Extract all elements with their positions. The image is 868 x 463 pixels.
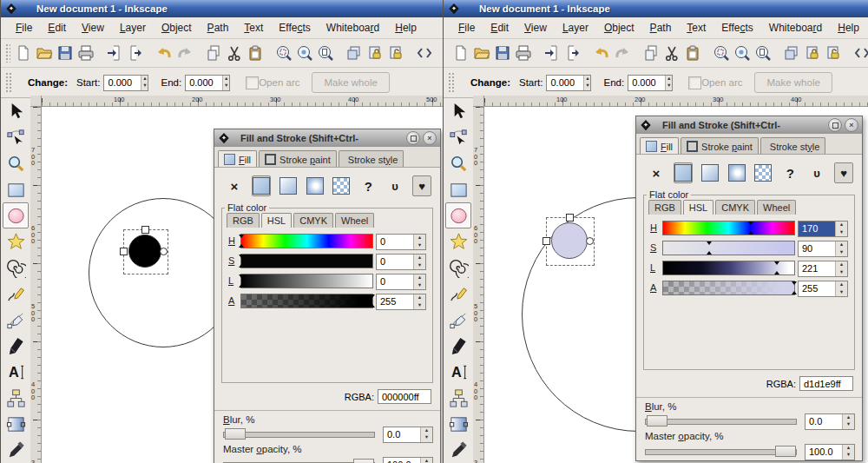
open-button[interactable]	[34, 43, 55, 63]
tool-gradient[interactable]	[3, 411, 29, 437]
fill-rule-evenodd-button[interactable]: υ	[807, 162, 826, 183]
zoom-selection-button[interactable]	[273, 43, 294, 63]
tool-pencil[interactable]	[3, 281, 29, 307]
unknown-paint-button[interactable]: ?	[780, 162, 799, 183]
zoom-drawing-button[interactable]	[294, 43, 315, 63]
blur-slider-handle[interactable]	[647, 415, 667, 427]
tool-connector[interactable]	[3, 385, 29, 411]
spinner-arrows[interactable]: ▲▼	[413, 294, 425, 309]
start-spinbox[interactable]: 0.000 ▲▼	[546, 75, 591, 91]
redo-button[interactable]	[174, 43, 195, 63]
fill-rule-nonzero-button[interactable]: ♥	[834, 162, 853, 183]
color-tab-rgb[interactable]: RGB	[648, 200, 681, 215]
unlink-clone-button[interactable]	[823, 43, 844, 63]
menu-layer[interactable]: Layer	[555, 19, 596, 36]
blur-spinbox[interactable]: 0.0 ▲▼	[805, 413, 855, 430]
spinner-arrows[interactable]: ▲▼	[413, 274, 425, 289]
unlink-clone-button[interactable]	[385, 43, 406, 63]
linear-gradient-button[interactable]	[279, 175, 298, 196]
menu-whiteboard[interactable]: Whiteboard	[761, 19, 830, 36]
dialog-titlebar[interactable]: Fill and Stroke (Shift+Ctrl- ×	[214, 129, 440, 147]
master-opacity-slider[interactable]	[645, 449, 797, 455]
paste-button[interactable]	[682, 43, 703, 63]
menu-layer[interactable]: Layer	[112, 19, 154, 36]
clone-button[interactable]	[802, 43, 823, 63]
menu-object[interactable]: Object	[154, 19, 200, 36]
tab-fill[interactable]: Fill	[218, 150, 257, 167]
tool-calligraphy[interactable]	[445, 333, 471, 359]
open-arc-checkbox[interactable]	[688, 76, 701, 89]
blur-spinbox[interactable]: 0.0 ▲▼	[383, 427, 433, 443]
cut-button[interactable]	[661, 43, 682, 63]
print-button[interactable]	[513, 43, 534, 63]
right-handle[interactable]	[160, 248, 168, 255]
tool-star[interactable]	[445, 228, 471, 255]
rgba-input[interactable]: 000000ff	[378, 389, 431, 404]
fill-rule-nonzero-button[interactable]: ♥	[412, 175, 431, 196]
dialog-titlebar[interactable]: Fill and Stroke (Shift+Ctrl- ×	[636, 116, 862, 134]
import-button[interactable]	[542, 43, 562, 63]
dialog-maximize-button[interactable]	[828, 118, 842, 132]
flat-color-button[interactable]	[252, 175, 271, 196]
rgba-input[interactable]: d1d1e9ff	[799, 376, 853, 391]
l-slider[interactable]	[240, 274, 373, 288]
new-document-button[interactable]	[450, 43, 471, 63]
dialog-maximize-button[interactable]	[406, 131, 420, 145]
spinner-arrows[interactable]: ▲▼	[413, 255, 425, 269]
radial-gradient-button[interactable]	[727, 162, 746, 183]
print-button[interactable]	[76, 43, 96, 63]
h-slider[interactable]	[662, 221, 795, 235]
color-tab-hsl[interactable]: HSL	[683, 200, 713, 215]
save-button[interactable]	[55, 43, 76, 63]
undo-button[interactable]	[154, 43, 174, 63]
tool-ellipse[interactable]	[3, 202, 29, 228]
open-arc-checkbox[interactable]	[246, 76, 259, 89]
a-slider[interactable]	[662, 281, 795, 295]
spinner-arrows[interactable]: ▲▼	[665, 76, 672, 90]
menu-whiteboard[interactable]: Whiteboard	[319, 19, 387, 36]
pattern-button[interactable]	[332, 175, 352, 196]
pattern-button[interactable]	[754, 162, 773, 183]
left-handle[interactable]	[120, 248, 128, 255]
paste-button[interactable]	[245, 43, 266, 63]
window-titlebar[interactable]: New document 1 - Inkscape	[1, 0, 443, 17]
spinner-arrows[interactable]: ▲▼	[842, 414, 854, 429]
l-spinbox[interactable]: 0▲▼	[376, 274, 426, 290]
left-handle[interactable]	[542, 237, 550, 245]
end-spinbox[interactable]: 0.000 ▲▼	[185, 75, 230, 91]
menu-view[interactable]: View	[74, 19, 112, 36]
tool-node-editor[interactable]	[3, 124, 29, 150]
xml-editor-button[interactable]	[414, 43, 435, 63]
unknown-paint-button[interactable]: ?	[358, 175, 378, 196]
spinner-arrows[interactable]: ▲▼	[583, 76, 590, 90]
menu-file[interactable]: File	[450, 19, 483, 36]
spinner-arrows[interactable]: ▲▼	[141, 76, 148, 90]
a-spinbox[interactable]: 255▲▼	[376, 294, 426, 310]
tool-text[interactable]: A	[3, 359, 29, 385]
horizontal-ruler[interactable]: 100200300400500	[484, 96, 868, 107]
xml-editor-button[interactable]	[852, 43, 868, 63]
save-button[interactable]	[492, 43, 513, 63]
right-handle[interactable]	[586, 237, 594, 245]
spinner-arrows[interactable]: ▲▼	[420, 427, 432, 442]
a-spinbox[interactable]: 255▲▼	[798, 281, 848, 297]
master-opacity-slider-handle[interactable]	[353, 459, 374, 463]
s-spinbox[interactable]: 0▲▼	[376, 254, 426, 270]
l-spinbox[interactable]: 221▲▼	[798, 261, 848, 277]
menu-effects[interactable]: Effects	[713, 19, 760, 36]
menu-text[interactable]: Text	[679, 19, 713, 36]
toolbar-grip[interactable]	[5, 72, 11, 93]
spinner-arrows[interactable]: ▲▼	[835, 281, 847, 296]
master-opacity-spinbox[interactable]: 100.0 ▲▼	[805, 444, 855, 460]
spinner-arrows[interactable]: ▲▼	[420, 458, 432, 463]
start-spinbox[interactable]: 0.000 ▲▼	[103, 75, 148, 91]
s-slider[interactable]	[240, 254, 373, 268]
tab-stroke-paint[interactable]: Stroke paint	[681, 137, 759, 154]
tool-dropper[interactable]	[445, 437, 471, 463]
export-button[interactable]	[562, 43, 583, 63]
menu-path[interactable]: Path	[200, 19, 237, 36]
open-button[interactable]	[471, 43, 492, 63]
toolbar-grip[interactable]	[5, 43, 10, 63]
tool-node-editor[interactable]	[445, 124, 471, 150]
color-tab-rgb[interactable]: RGB	[227, 213, 260, 228]
